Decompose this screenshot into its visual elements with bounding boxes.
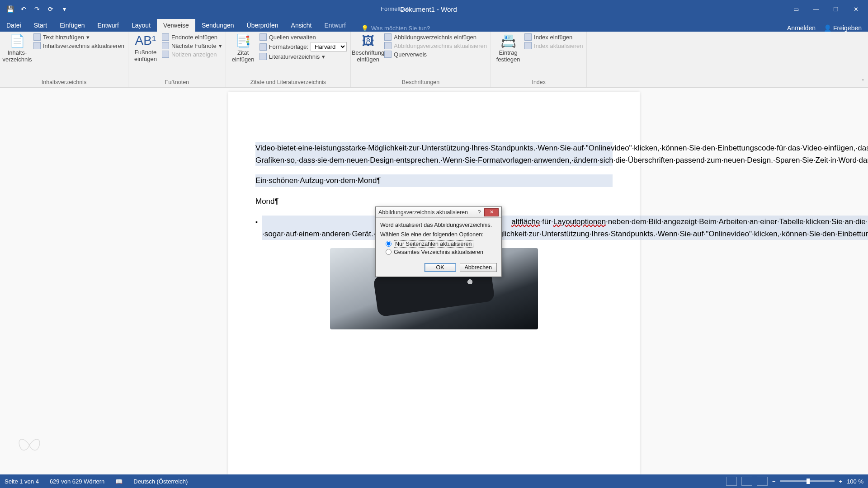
dialog-close-icon[interactable]: ✕ <box>484 208 499 216</box>
dialog-titlebar[interactable]: Abbildungsverzeichnis aktualisieren ? ✕ <box>376 207 501 218</box>
status-language[interactable]: Deutsch (Österreich) <box>133 478 188 485</box>
modal-backdrop: Abbildungsverzeichnis aktualisieren ? ✕ … <box>0 0 868 488</box>
status-right: − + 100 % <box>726 477 863 486</box>
dialog-help-icon[interactable]: ? <box>474 209 484 216</box>
view-web-icon[interactable] <box>757 477 768 486</box>
zoom-in-icon[interactable]: + <box>839 478 843 485</box>
radio-page-numbers-only[interactable]: Nur Seitenzahlen aktualisieren <box>386 240 497 248</box>
dialog-title: Abbildungsverzeichnis aktualisieren <box>378 209 474 216</box>
radio-entire-index[interactable]: Gesamtes Verzeichnis aktualisieren <box>386 249 497 255</box>
cancel-button[interactable]: Abbrechen <box>460 263 497 272</box>
view-print-icon[interactable] <box>741 477 752 486</box>
dialog-body: Word aktualisiert das Abbildungsverzeich… <box>376 218 501 260</box>
zoom-thumb[interactable] <box>807 479 810 484</box>
view-read-icon[interactable] <box>726 477 737 486</box>
dialog-message-1: Word aktualisiert das Abbildungsverzeich… <box>380 221 497 229</box>
zoom-slider[interactable] <box>780 480 835 482</box>
status-bar: Seite 1 von 4 629 von 629 Wörtern 📖 Deut… <box>0 474 868 488</box>
status-page[interactable]: Seite 1 von 4 <box>5 478 39 485</box>
status-proofing-icon[interactable]: 📖 <box>115 478 123 485</box>
zoom-out-icon[interactable]: − <box>772 478 776 485</box>
dialog-button-row: OK Abbrechen <box>376 260 501 277</box>
radio-input-2[interactable] <box>386 249 392 255</box>
zoom-level[interactable]: 100 % <box>847 478 863 485</box>
update-figure-list-dialog: Abbildungsverzeichnis aktualisieren ? ✕ … <box>375 206 502 277</box>
radio-input-1[interactable] <box>386 241 392 247</box>
status-word-count[interactable]: 629 von 629 Wörtern <box>50 478 104 485</box>
dialog-message-2: Wählen Sie eine der folgenden Optionen: <box>380 231 497 239</box>
ok-button[interactable]: OK <box>425 263 456 272</box>
